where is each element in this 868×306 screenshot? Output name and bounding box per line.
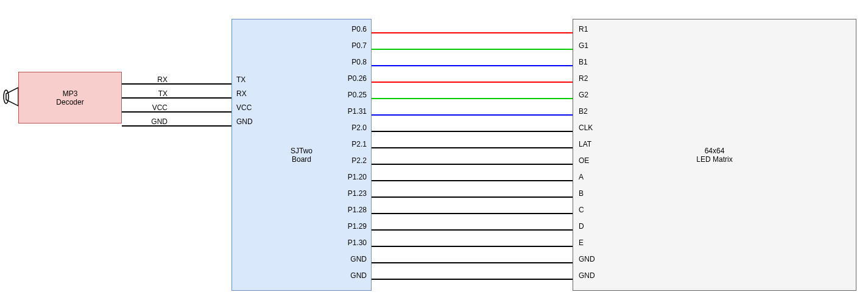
led-left-pin: G2 — [579, 91, 588, 99]
wire-mp3-gnd-sj-gnd — [122, 125, 231, 127]
sjtwo-right-pin: GND — [336, 271, 367, 280]
wire-sj-led — [372, 131, 573, 132]
wire-sj-led — [372, 98, 573, 99]
sjtwo-right-pin: P0.25 — [336, 91, 367, 99]
wire-mp3-vcc-sj-vcc — [122, 111, 231, 113]
wire-sj-led — [372, 32, 573, 33]
led-left-pin: C — [579, 206, 584, 214]
wire-sj-led — [372, 229, 573, 231]
wire-sj-led — [372, 279, 573, 280]
wire-sj-led — [372, 246, 573, 247]
led-left-pin: GND — [579, 271, 595, 280]
sjtwo-right-pin: P0.7 — [336, 41, 367, 50]
sjtwo-title: SJTwo Board — [291, 147, 312, 164]
mp3-pin-gnd: GND — [143, 117, 168, 126]
sjtwo-right-pin: P0.6 — [336, 25, 367, 33]
sjtwo-right-pin: P0.26 — [336, 74, 367, 83]
led-left-pin: B — [579, 189, 584, 198]
sjtwo-right-pin: P2.1 — [336, 140, 367, 148]
svg-marker-0 — [6, 88, 18, 106]
led-title: 64x64 LED Matrix — [696, 147, 732, 164]
sjtwo-right-pin: P1.30 — [336, 238, 367, 247]
led-left-pin: LAT — [579, 140, 591, 148]
wire-sj-led — [372, 65, 573, 66]
sjtwo-left-gnd: GND — [236, 117, 253, 126]
sjtwo-right-pin: P0.8 — [336, 58, 367, 66]
led-left-pin: B1 — [579, 58, 588, 66]
sjtwo-right-pin: GND — [336, 255, 367, 263]
led-left-pin: OE — [579, 156, 589, 165]
wire-mp3-tx-sj-rx — [122, 97, 231, 99]
mp3-decoder-block: MP3 Decoder — [18, 72, 122, 123]
sjtwo-right-pin: P1.31 — [336, 107, 367, 116]
led-left-pin: R1 — [579, 25, 588, 33]
sjtwo-right-pin: P1.29 — [336, 222, 367, 231]
led-left-pin: G1 — [579, 41, 588, 50]
wire-sj-led — [372, 196, 573, 198]
led-left-pin: B2 — [579, 107, 588, 116]
mp3-pin-vcc: VCC — [143, 103, 168, 112]
sjtwo-left-rx: RX — [236, 89, 247, 98]
wire-sj-led — [372, 82, 573, 83]
led-left-pin: CLK — [579, 123, 593, 132]
led-matrix-block: 64x64 LED Matrix — [573, 19, 856, 291]
mp3-pin-rx: RX — [143, 75, 168, 84]
sjtwo-right-pin: P2.0 — [336, 123, 367, 132]
led-left-pin: GND — [579, 255, 595, 263]
led-left-pin: E — [579, 238, 584, 247]
wire-sj-led — [372, 114, 573, 116]
wire-sj-led — [372, 164, 573, 165]
sjtwo-right-pin: P1.20 — [336, 173, 367, 181]
wire-sj-led — [372, 262, 573, 263]
sjtwo-right-pin: P2.2 — [336, 156, 367, 165]
wire-mp3-rx-sj-tx — [122, 83, 231, 85]
sjtwo-left-tx: TX — [236, 75, 245, 84]
sjtwo-right-pin: P1.28 — [336, 206, 367, 214]
mp3-title: MP3 Decoder — [56, 89, 83, 106]
led-left-pin: R2 — [579, 74, 588, 83]
sjtwo-left-vcc: VCC — [236, 103, 252, 112]
wire-sj-led — [372, 147, 573, 148]
wire-sj-led — [372, 213, 573, 214]
wire-sj-led — [372, 180, 573, 181]
led-left-pin: A — [579, 173, 584, 181]
wire-sj-led — [372, 49, 573, 50]
sjtwo-right-pin: P1.23 — [336, 189, 367, 198]
led-left-pin: D — [579, 222, 584, 231]
mp3-pin-tx: TX — [143, 89, 168, 98]
speaker-icon — [0, 85, 18, 109]
